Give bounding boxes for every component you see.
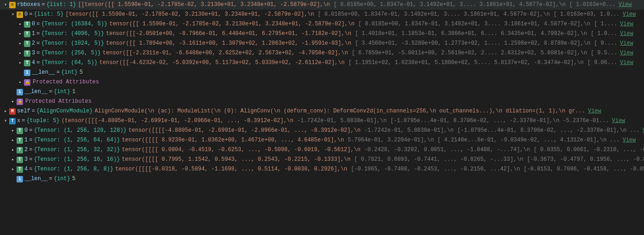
var-key: x: [17, 117, 20, 125]
var-key: 0: [24, 126, 28, 135]
equals-sign: =: [36, 59, 40, 67]
var-key: 3: [32, 49, 35, 58]
toggle-arrow[interactable]: [9, 165, 17, 174]
view-link[interactable]: View: [622, 136, 636, 145]
toggle-arrow[interactable]: [17, 20, 24, 29]
type-info: {Tensor: (256, 5)}: [41, 49, 101, 58]
var-icon: T: [17, 157, 23, 163]
col3-value: [ 1.0163e+0...: [569, 0, 616, 9]
var-value: [[tensor([[ 1.5590e-01, -2.1785e-02, 3.2…: [78, 0, 330, 9]
table-row: T 3 = {Tensor: (256, 5)} tensor([[-2.231…: [0, 48, 644, 58]
col2-value: [ 0.7821, 0.6093, -0.7441, ..., -0.8265,…: [354, 155, 523, 164]
var-icon: T: [17, 128, 23, 134]
toggle-arrow[interactable]: [17, 59, 24, 67]
debugger-container[interactable]: ≡ rbboxes = {list: 1} [[tensor([[ 1.5590…: [0, 0, 644, 235]
toggle-arrow[interactable]: [17, 78, 24, 87]
toggle-arrow[interactable]: [9, 146, 17, 154]
var-key: __len__: [32, 68, 55, 77]
view-link[interactable]: View: [588, 107, 601, 116]
var-icon-int: i: [24, 70, 30, 76]
view-link[interactable]: View: [620, 49, 633, 58]
view-link[interactable]: View: [620, 39, 633, 48]
var-value: tensor([[[[ 0.7995, 1.1542, 0.5943, ...,…: [122, 155, 351, 164]
var-value: tensor([[[[ 8.9239e-01, 1.0362e+00, 1.46…: [122, 136, 344, 145]
var-icon: T: [24, 41, 30, 47]
toggle-arrow[interactable]: [2, 107, 9, 116]
type-info: {AlignConvModule}: [36, 107, 93, 116]
var-icon: T: [17, 147, 23, 153]
col2-value: [-0.1965, -0.7408, -0.2453, ..., -0.2150…: [351, 165, 520, 174]
toggle-arrow[interactable]: [2, 117, 9, 125]
col2-value: 5.7964e-01, 3.2204e-01],\n: [348, 136, 434, 145]
var-icon-lock: 🔒: [17, 99, 23, 105]
view-link[interactable]: View: [622, 10, 636, 19]
col3-value: [-1.0795e...4e-01, 8.3706e-02, ..., -2.3…: [390, 117, 609, 125]
var-icon-int: i: [17, 176, 23, 182]
var-key: rbboxes: [17, 0, 40, 9]
toggle-arrow[interactable]: [9, 126, 17, 135]
table-row: T 2 = {Tensor: (1024, 5)} tensor([[ 1.78…: [0, 39, 644, 48]
var-key: __len__: [24, 175, 47, 183]
view-link[interactable]: View: [643, 126, 644, 135]
var-icon: T: [24, 50, 30, 57]
col2-value: -1.7242e-01, 5.8838e-01],\n: [364, 126, 453, 135]
table-row: T x = {tuple: 5} (tensor([[[-4.8805e-01,…: [0, 116, 644, 126]
col2-value: [ 1.1951e+02, 1.0238e+01, 5.1800e+02, 5.…: [348, 59, 584, 67]
toggle-arrow[interactable]: [17, 49, 24, 58]
var-key: 0: [32, 20, 35, 29]
toggle-arrow[interactable]: [17, 39, 24, 48]
toggle-arrow[interactable]: [9, 97, 17, 106]
equals-sign: =: [29, 136, 32, 145]
equals-sign: =: [36, 49, 40, 58]
col3-value: [ 1.0...: [591, 29, 617, 38]
col2-value: [ 8.0185e+00, 1.8347e-01, 3.1492e+01, 3.…: [318, 10, 550, 19]
type-info: {list: 5}: [34, 10, 64, 19]
var-key: 3: [24, 155, 28, 164]
col2-value: [ 8.0185e+00, 1.8347e-01, 3.1492e+01, 3.…: [358, 20, 590, 29]
view-link[interactable]: View: [612, 117, 625, 125]
col3-value: [ 0.0355, 0.0661, -0.2310, ..., -0.42...: [534, 146, 644, 154]
var-value: 5: [80, 68, 83, 77]
table-row: T 0 = {Tensor: (16384, 5)} tensor([[ 1.5…: [0, 19, 644, 29]
table-row: i __len__ = {int} 5: [0, 68, 644, 77]
table-row: i __len__ = {int} 5: [0, 174, 644, 184]
equals-sign: =: [49, 175, 52, 183]
type-info: {Tensor: (16384, 5)}: [41, 20, 107, 29]
equals-sign: =: [32, 107, 35, 116]
var-value: tensor([[[[-4.8805e-01, -2.6991e-01, -2.…: [128, 126, 360, 135]
col2-value: [ 8.0185e+00, 1.8347e-01, 3.1492e+01, 3.…: [334, 0, 566, 9]
toggle-arrow[interactable]: [17, 29, 24, 38]
col3-value: [ 9.5...: [591, 49, 617, 58]
var-value: tensor([[-2.2311e-01, -6.6408e+00, 2.625…: [103, 49, 348, 58]
type-info: {Tensor: (1, 256, 128, 128)}: [34, 126, 127, 135]
var-icon: T: [24, 21, 30, 28]
table-row: 🔒 Protected Attributes: [0, 77, 644, 87]
equals-sign: =: [49, 88, 52, 96]
var-value: AlignConvModule(\n (ac): ModuleList(\n (…: [94, 107, 585, 116]
type-info: {tuple: 5}: [26, 117, 59, 125]
toggle-arrow[interactable]: [9, 136, 17, 145]
var-key: 4: [32, 59, 35, 67]
toggle-arrow[interactable]: [9, 155, 17, 164]
type-info: {int}: [54, 88, 70, 96]
var-icon: M: [9, 108, 16, 115]
type-info: {list: 1}: [46, 0, 76, 9]
view-link[interactable]: View: [620, 29, 633, 38]
view-link[interactable]: View: [620, 59, 633, 67]
table-row: T 1 = {Tensor: (1, 256, 64, 64)} tensor(…: [0, 135, 644, 145]
equals-sign: =: [22, 117, 25, 125]
type-info: {Tensor: (1, 256, 32, 32)}: [34, 146, 120, 154]
view-link[interactable]: View: [620, 20, 633, 29]
toggle-arrow[interactable]: [9, 10, 17, 19]
var-icon-int: i: [17, 89, 23, 95]
var-value: tensor([[[[ 0.0804, -0.4519, -0.6253, ..…: [122, 146, 360, 154]
equals-sign: =: [29, 126, 32, 135]
col3-value: [ 4.2140e...6e-01, -9.0349e-02, ..., 4.1…: [437, 136, 620, 145]
type-info: {Tensor: (1024, 5)}: [41, 39, 104, 48]
equals-sign: =: [29, 10, 32, 19]
type-info: {Tensor: (1, 256, 16, 16)}: [34, 155, 120, 164]
col3-value: [ 1.0163e+03, 1.0...: [553, 10, 620, 19]
toggle-arrow[interactable]: [2, 0, 9, 9]
view-link[interactable]: View: [619, 0, 632, 9]
type-info: {Tensor: (1, 256, 64, 64)}: [34, 136, 120, 145]
